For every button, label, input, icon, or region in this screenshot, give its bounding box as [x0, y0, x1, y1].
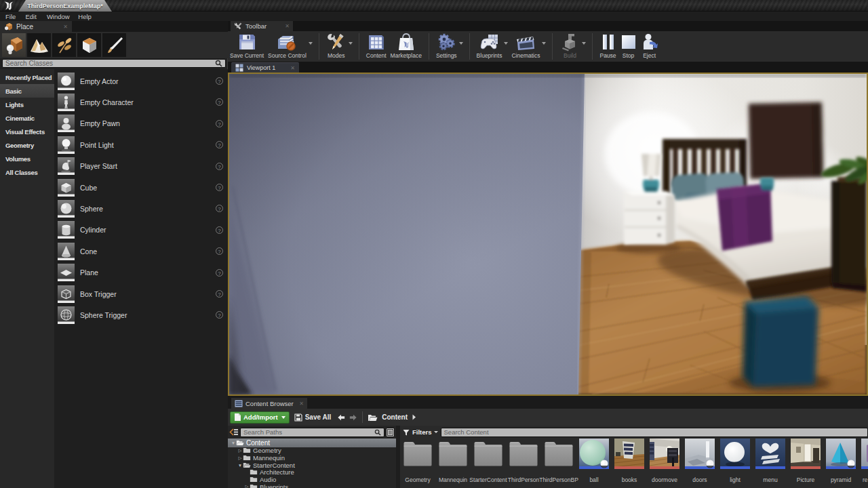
menu-window[interactable]: Window: [47, 12, 75, 22]
asset-tile-light[interactable]: light: [720, 439, 750, 488]
category-visual-effects[interactable]: Visual Effects: [0, 125, 54, 138]
content-browser-tab[interactable]: Content Browser ✕: [231, 398, 307, 409]
place-item-box-trigger[interactable]: Box Trigger?: [54, 283, 228, 304]
category-recently-placed[interactable]: Recently Placed: [0, 70, 54, 84]
folder-tile-geometry[interactable]: Geometry: [403, 439, 433, 488]
tree-item-geometry[interactable]: ▷Geometry: [228, 447, 396, 455]
dropdown-caret-icon[interactable]: [504, 42, 508, 45]
asset-tile-doors[interactable]: doors: [685, 439, 715, 488]
settings-button[interactable]: Settings: [434, 31, 459, 62]
tree-item-audio[interactable]: Audio: [228, 476, 396, 483]
stop-button[interactable]: Stop: [618, 31, 639, 62]
category-basic[interactable]: Basic: [0, 84, 54, 98]
search-content-input[interactable]: Search Content: [441, 428, 868, 437]
add-import-button[interactable]: Add/Import: [230, 411, 290, 424]
pause-button[interactable]: Pause: [597, 31, 618, 62]
menu-edit[interactable]: Edit: [25, 12, 43, 22]
back-arrow-icon[interactable]: [337, 414, 345, 421]
marketplace-button[interactable]: Marketplace: [389, 31, 424, 62]
tree-collapsed-icon[interactable]: ▷: [244, 484, 250, 488]
place-tab[interactable]: Place ✕: [0, 21, 72, 32]
filters-button[interactable]: Filters: [410, 428, 441, 436]
viewport-tab-close-icon[interactable]: ✕: [290, 65, 295, 71]
category-all-classes[interactable]: All Classes: [0, 165, 54, 179]
place-item-player-start[interactable]: Player Start?: [54, 156, 228, 177]
tree-item-architecture[interactable]: Architecture: [228, 469, 396, 476]
toolbar-tab-close-icon[interactable]: ✕: [285, 23, 290, 29]
place-item-empty-actor[interactable]: Empty Actor?: [54, 70, 228, 92]
modes-button[interactable]: Modes: [324, 31, 349, 62]
forward-arrow-icon[interactable]: [349, 414, 357, 421]
category-lights[interactable]: Lights: [0, 98, 54, 111]
folder-tile-thirdperson[interactable]: ThirdPerson: [509, 439, 538, 488]
filter-row: Filters Search Content: [400, 427, 868, 437]
place-item-cylinder[interactable]: Cylinder?: [54, 220, 228, 241]
place-item-sphere-trigger[interactable]: Sphere Trigger?: [54, 304, 228, 325]
category-geometry[interactable]: Geometry: [0, 138, 54, 152]
asset-tile-ball[interactable]: ball: [579, 439, 609, 488]
tree-collapsed-icon[interactable]: ▷: [237, 455, 243, 461]
build-button[interactable]: Build: [557, 31, 582, 62]
mode-button-mesh-paint[interactable]: [102, 33, 126, 57]
tree-item-content[interactable]: ▼Content: [228, 439, 396, 447]
tree-collapsed-icon[interactable]: ▷: [237, 448, 243, 453]
asset-tile-re[interactable]: re: [861, 439, 868, 488]
place-item-label: Empty Pawn: [80, 119, 120, 127]
search-paths-input[interactable]: Search Paths: [240, 428, 384, 437]
empty-pawn-thumbnail-icon: [58, 115, 75, 132]
save-current-button[interactable]: Save Current: [228, 31, 266, 62]
mode-button-foliage[interactable]: [52, 33, 76, 57]
viewport-tab[interactable]: Viewport 1 ✕: [231, 62, 299, 73]
cinematics-button[interactable]: Cinematics: [509, 31, 542, 62]
place-item-sphere[interactable]: Sphere?: [54, 198, 228, 219]
folder-tile-mannequin[interactable]: Mannequin: [438, 439, 468, 488]
mode-button-place[interactable]: [2, 33, 26, 57]
asset-tile-picture[interactable]: Picture: [791, 439, 821, 488]
place-item-plane[interactable]: Plane?: [54, 262, 228, 283]
dropdown-caret-icon[interactable]: [309, 42, 313, 45]
dropdown-caret-icon[interactable]: [582, 42, 586, 45]
search-paths-placeholder: Search Paths: [243, 428, 282, 436]
place-item-empty-pawn[interactable]: Empty Pawn?: [54, 113, 228, 134]
tree-item-blueprints[interactable]: ▷Blueprints: [228, 483, 396, 488]
category-volumes[interactable]: Volumes: [0, 152, 54, 165]
sources-toggle-icon[interactable]: [229, 428, 239, 436]
asset-tile-doormove[interactable]: doormove: [650, 439, 679, 488]
content-button[interactable]: Content: [364, 31, 389, 62]
place-item-cube[interactable]: Cube?: [54, 177, 228, 198]
asset-tile-books[interactable]: books: [614, 439, 644, 488]
search-classes-input[interactable]: Search Classes: [2, 59, 226, 68]
mode-button-landscape[interactable]: [27, 33, 51, 57]
tree-item-startercontent[interactable]: ▼StarterContent: [228, 462, 396, 469]
dropdown-caret-icon[interactable]: [542, 42, 546, 45]
document-tab[interactable]: ThirdPersonExampleMap*: [18, 0, 112, 12]
asset-tile-label: doormove: [652, 476, 677, 483]
mode-button-geometry-editing[interactable]: [77, 33, 101, 57]
folder-tile-thirdpersonbp[interactable]: ThirdPersonBP: [544, 439, 574, 488]
toolbar-tab[interactable]: Toolbar ✕: [231, 21, 293, 31]
breadcrumb-content[interactable]: Content: [382, 413, 408, 421]
category-cinematic[interactable]: Cinematic: [0, 111, 54, 125]
source-control-button[interactable]: Source Control: [266, 31, 309, 62]
menu-file[interactable]: File: [5, 12, 22, 22]
tree-item-mannequin[interactable]: ▷Mannequin: [228, 454, 396, 462]
blueprints-button[interactable]: Blueprints: [475, 31, 505, 62]
content-browser-tab-close-icon[interactable]: ✕: [299, 401, 304, 407]
dropdown-caret-icon[interactable]: [349, 42, 353, 45]
tree-expanded-icon[interactable]: ▼: [237, 463, 243, 468]
place-tab-close-icon[interactable]: ✕: [63, 24, 68, 30]
save-all-button[interactable]: Save All: [294, 413, 332, 422]
place-item-empty-character[interactable]: Empty Character?: [54, 92, 228, 113]
asset-tile-pyramid[interactable]: pyramid: [826, 439, 856, 488]
breadcrumb-caret-icon[interactable]: [412, 414, 416, 420]
menu-help[interactable]: Help: [78, 12, 92, 22]
sources-view-toggle-button[interactable]: [386, 428, 395, 437]
eject-button[interactable]: Eject: [639, 31, 660, 62]
folder-tile-startercontent[interactable]: StarterContent: [473, 439, 503, 488]
asset-tile-menu[interactable]: menu: [755, 439, 785, 488]
dropdown-caret-icon[interactable]: [459, 42, 463, 45]
place-item-cone[interactable]: Cone?: [54, 241, 228, 262]
tree-expanded-icon[interactable]: ▼: [231, 441, 236, 445]
place-item-point-light[interactable]: Point Light?: [54, 134, 228, 155]
viewport-3d-scene[interactable]: [228, 73, 868, 396]
